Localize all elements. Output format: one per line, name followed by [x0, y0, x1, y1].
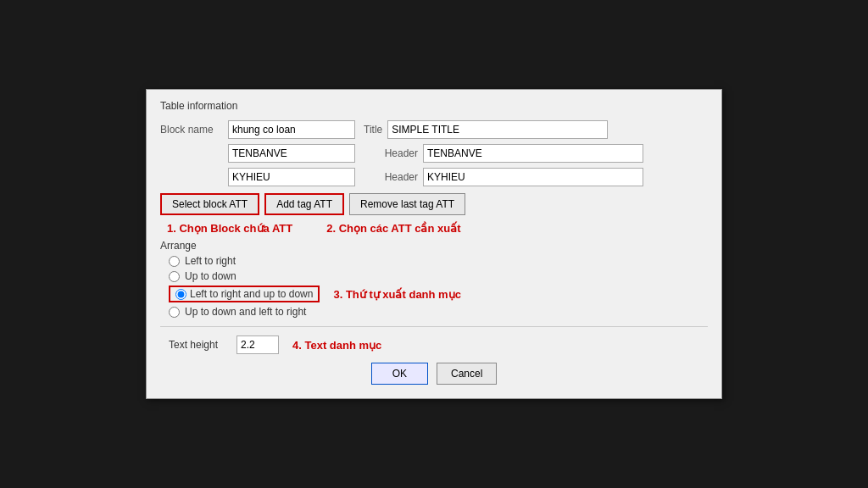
- ok-button[interactable]: OK: [371, 363, 428, 385]
- annotation4: 4. Text danh mục: [292, 339, 381, 352]
- block-name-row: Block name Title: [160, 120, 708, 139]
- tenbanve-right-input[interactable]: [423, 144, 643, 163]
- header1-label: Header: [355, 147, 423, 159]
- arrange-section: Arrange Left to right Up to down Left to…: [160, 240, 708, 318]
- tenbanve-row: Header: [160, 144, 708, 163]
- annotation1: 1. Chọn Block chứa ATT: [167, 222, 292, 235]
- annotation2: 2. Chọn các ATT cần xuất: [326, 222, 460, 235]
- table-information-dialog: Table information Block name Title Heade…: [146, 89, 722, 399]
- ok-cancel-row: OK Cancel: [160, 363, 708, 385]
- title-label: Title: [364, 124, 382, 136]
- arrange-label: Arrange: [160, 240, 211, 252]
- dialog-title: Table information: [160, 100, 708, 112]
- text-height-row: Text height 4. Text danh mục: [169, 336, 708, 354]
- outlined-radio-container: Left to right and up to down: [169, 286, 320, 302]
- cancel-button[interactable]: Cancel: [437, 363, 497, 385]
- up-down-left-right-label: Up to down and left to right: [185, 306, 306, 318]
- kyhieu-row: Header: [160, 168, 708, 186]
- up-to-down-row: Up to down: [169, 270, 708, 282]
- kyhieu-right-input[interactable]: [423, 168, 643, 186]
- left-right-up-down-row: Left to right and up to down 3. Thứ tự x…: [169, 286, 708, 302]
- text-height-label: Text height: [169, 339, 236, 351]
- up-to-down-label: Up to down: [185, 270, 236, 282]
- kyhieu-left-input[interactable]: [228, 168, 355, 186]
- header2-label: Header: [355, 171, 423, 183]
- tenbanve-left-input[interactable]: [228, 144, 355, 163]
- text-height-input[interactable]: [236, 336, 279, 354]
- left-right-up-down-label: Left to right and up to down: [190, 288, 313, 300]
- left-to-right-row: Left to right: [169, 255, 708, 267]
- left-to-right-radio[interactable]: [169, 256, 180, 267]
- up-down-left-right-row: Up to down and left to right: [169, 306, 708, 318]
- block-name-label: Block name: [160, 124, 228, 136]
- block-name-input[interactable]: [228, 120, 355, 139]
- buttons-section: Select block ATT Add tag ATT Remove last…: [160, 193, 708, 215]
- add-tag-att-button[interactable]: Add tag ATT: [264, 193, 344, 215]
- annotations-row: 1. Chọn Block chứa ATT 2. Chọn các ATT c…: [160, 222, 708, 235]
- left-to-right-label: Left to right: [185, 255, 236, 267]
- remove-last-tag-att-button[interactable]: Remove last tag ATT: [349, 193, 465, 215]
- title-input[interactable]: [387, 120, 608, 139]
- separator: [160, 326, 708, 327]
- annotation3: 3. Thứ tự xuất danh mục: [333, 288, 460, 301]
- select-block-att-button[interactable]: Select block ATT: [160, 193, 259, 215]
- arrange-header-row: Arrange: [160, 240, 708, 252]
- left-right-up-down-radio[interactable]: [175, 289, 186, 300]
- up-down-left-right-radio[interactable]: [169, 307, 180, 318]
- up-to-down-radio[interactable]: [169, 271, 180, 282]
